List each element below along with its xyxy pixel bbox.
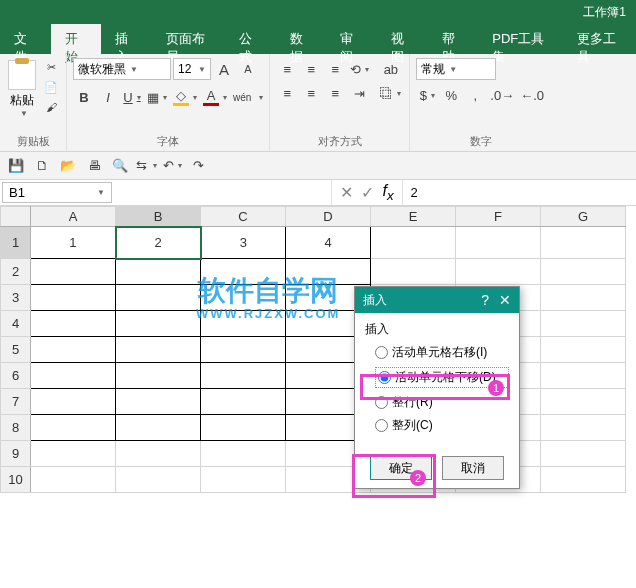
merge-button[interactable]: ⿻▾ xyxy=(378,82,403,104)
row-header-6[interactable]: 6 xyxy=(1,363,31,389)
cell-A1[interactable]: 1 xyxy=(31,227,116,259)
cell-C4[interactable] xyxy=(201,311,286,337)
cell-B5[interactable] xyxy=(116,337,201,363)
decrease-decimal-button[interactable]: ←.0 xyxy=(518,84,546,106)
align-center-button[interactable]: ≡ xyxy=(300,82,322,104)
align-right-button[interactable]: ≡ xyxy=(324,82,346,104)
help-icon[interactable]: ? xyxy=(481,292,489,308)
row-header-8[interactable]: 8 xyxy=(1,415,31,441)
print-button[interactable]: 🖶 xyxy=(84,156,104,176)
dialog-titlebar[interactable]: 插入 ? ✕ xyxy=(355,287,519,313)
col-header-B[interactable]: B xyxy=(116,207,201,227)
number-format-combo[interactable]: 常规▼ xyxy=(416,58,496,80)
preview-button[interactable]: 🔍 xyxy=(110,156,130,176)
percent-button[interactable]: % xyxy=(440,84,462,106)
cell-G1[interactable] xyxy=(541,227,626,259)
row-header-2[interactable]: 2 xyxy=(1,259,31,285)
cell-A7[interactable] xyxy=(31,389,116,415)
row-header-7[interactable]: 7 xyxy=(1,389,31,415)
name-box[interactable]: B1▼ xyxy=(2,182,112,203)
tab-insert[interactable]: 插入 xyxy=(101,24,152,54)
tab-data[interactable]: 数据 xyxy=(276,24,327,54)
cell-B2[interactable] xyxy=(116,259,201,285)
cell-C7[interactable] xyxy=(201,389,286,415)
row-header-9[interactable]: 9 xyxy=(1,441,31,467)
redo-button[interactable]: ↷ xyxy=(188,156,208,176)
close-icon[interactable]: ✕ xyxy=(499,292,511,308)
tab-file[interactable]: 文件 xyxy=(0,24,51,54)
radio-entire-row[interactable]: 整行(R) xyxy=(375,394,509,411)
radio-entire-col[interactable]: 整列(C) xyxy=(375,417,509,434)
cell-B7[interactable] xyxy=(116,389,201,415)
tab-view[interactable]: 视图 xyxy=(377,24,428,54)
row-header-10[interactable]: 10 xyxy=(1,467,31,493)
cell-B3[interactable] xyxy=(116,285,201,311)
italic-button[interactable]: I xyxy=(97,86,119,108)
copy-button[interactable]: 📄 xyxy=(42,78,60,96)
row-header-4[interactable]: 4 xyxy=(1,311,31,337)
font-name-combo[interactable]: 微软雅黑▼ xyxy=(73,58,171,80)
col-header-G[interactable]: G xyxy=(541,207,626,227)
ruby-button[interactable]: wén xyxy=(231,86,253,108)
align-top-button[interactable]: ≡ xyxy=(276,58,298,80)
cell-B1[interactable]: 2 xyxy=(116,227,201,259)
cell-D1[interactable]: 4 xyxy=(286,227,371,259)
tab-help[interactable]: 帮助 xyxy=(428,24,479,54)
cell-E1[interactable] xyxy=(371,227,456,259)
tab-layout[interactable]: 页面布局 xyxy=(152,24,225,54)
row-header-1[interactable]: 1 xyxy=(1,227,31,259)
col-header-E[interactable]: E xyxy=(371,207,456,227)
format-painter-button[interactable]: 🖌 xyxy=(42,98,60,116)
font-color-button[interactable]: A▾ xyxy=(201,86,229,108)
row-header-5[interactable]: 5 xyxy=(1,337,31,363)
paste-button[interactable]: 粘贴 ▼ xyxy=(6,58,38,120)
cancel-button[interactable]: 取消 xyxy=(442,456,504,480)
wrap-text-button[interactable]: ab xyxy=(378,58,403,80)
tab-more[interactable]: 更多工具 xyxy=(563,24,636,54)
border-button[interactable]: ▦▾ xyxy=(145,86,169,108)
formula-input[interactable]: 2 xyxy=(402,180,636,205)
increase-font-button[interactable]: A xyxy=(213,58,235,80)
cancel-formula-button[interactable]: ✕ xyxy=(340,183,353,202)
cell-F1[interactable] xyxy=(456,227,541,259)
col-header-D[interactable]: D xyxy=(286,207,371,227)
radio-shift-right[interactable]: 活动单元格右移(I) xyxy=(375,344,509,361)
font-size-combo[interactable]: 12▼ xyxy=(173,58,211,80)
increase-decimal-button[interactable]: .0→ xyxy=(488,84,516,106)
save-button[interactable]: 💾 xyxy=(6,156,26,176)
fill-color-button[interactable]: ◇▾ xyxy=(171,86,199,108)
indent-button[interactable]: ⇥ xyxy=(348,82,370,104)
col-header-A[interactable]: A xyxy=(31,207,116,227)
cell-B8[interactable] xyxy=(116,415,201,441)
cell-B6[interactable] xyxy=(116,363,201,389)
switch-button[interactable]: ⇆▾ xyxy=(136,156,156,176)
align-bottom-button[interactable]: ≡ xyxy=(324,58,346,80)
cell-C1[interactable]: 3 xyxy=(201,227,286,259)
cell-A2[interactable] xyxy=(31,259,116,285)
orientation-button[interactable]: ⟲▾ xyxy=(348,58,370,80)
cell-C2[interactable] xyxy=(201,259,286,285)
cell-A6[interactable] xyxy=(31,363,116,389)
tab-home[interactable]: 开始 xyxy=(51,24,102,54)
col-header-F[interactable]: F xyxy=(456,207,541,227)
new-button[interactable]: 🗋 xyxy=(32,156,52,176)
cell-C3[interactable] xyxy=(201,285,286,311)
align-left-button[interactable]: ≡ xyxy=(276,82,298,104)
currency-button[interactable]: $▾ xyxy=(416,84,438,106)
cell-D2[interactable] xyxy=(286,259,371,285)
comma-button[interactable]: , xyxy=(464,84,486,106)
select-all-corner[interactable] xyxy=(1,207,31,227)
align-middle-button[interactable]: ≡ xyxy=(300,58,322,80)
open-button[interactable]: 📂 xyxy=(58,156,78,176)
grid[interactable]: A B C D E F G 1 1 2 3 4 2 3 4 5 6 7 8 9 … xyxy=(0,206,626,493)
col-header-C[interactable]: C xyxy=(201,207,286,227)
bold-button[interactable]: B xyxy=(73,86,95,108)
cell-A4[interactable] xyxy=(31,311,116,337)
row-header-3[interactable]: 3 xyxy=(1,285,31,311)
cell-C8[interactable] xyxy=(201,415,286,441)
cell-A8[interactable] xyxy=(31,415,116,441)
tab-review[interactable]: 审阅 xyxy=(326,24,377,54)
tab-pdf[interactable]: PDF工具集 xyxy=(478,24,563,54)
cell-B4[interactable] xyxy=(116,311,201,337)
fx-button[interactable]: fx xyxy=(382,182,393,203)
